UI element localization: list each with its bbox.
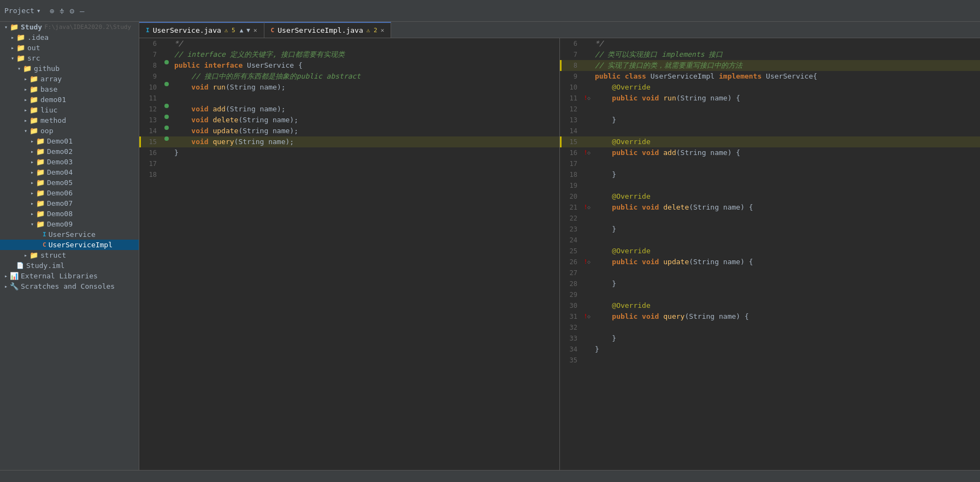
line-marker [139,136,141,147]
line-number: 17 [139,158,161,169]
line-number: 18 [560,169,582,180]
line-content: void update(String name); [172,126,559,136]
sidebar-item-scratches[interactable]: ▸ 🔧 Scratches and Consoles [0,281,139,291]
project-menu[interactable]: Project ▾ [4,7,41,15]
line-content: @Override [593,300,980,311]
folder-icon: 📁 [16,33,25,41]
sidebar-item-Demo09[interactable]: ▾ 📁 Demo09 [0,219,139,229]
tab-UserService[interactable]: I UserService.java ⚠ 5 ▲ ▼ ✕ [139,22,264,38]
warning-nav-up[interactable]: ▲ [240,27,244,34]
sidebar-label: liuc [40,106,57,114]
editor-area: I UserService.java ⚠ 5 ▲ ▼ ✕ C UserServi… [139,22,980,470]
sidebar-item-array[interactable]: ▸ 📁 array [0,74,139,84]
tab-close-right[interactable]: ✕ [381,27,385,34]
right-code-area[interactable]: 6 */ 7 // 类可以实现接口 implements 接口 8 [560,38,980,470]
code-line-highlighted: 15 @Override [560,136,980,147]
sidebar-item-Demo01[interactable]: ▸ 📁 Demo01 [0,136,139,146]
sidebar-item-Demo04[interactable]: ▸ 📁 Demo04 [0,167,139,177]
code-line: 16 } [139,147,559,158]
line-number: 34 [560,344,582,355]
sidebar-item-method[interactable]: ▸ 📁 method [0,115,139,126]
sidebar-item-src[interactable]: ▾ 📁 src [0,53,139,63]
study-icon: 📁 [10,23,19,31]
line-number: 11 [139,93,161,104]
line-gutter: ! ◇ [582,311,593,322]
sidebar-label: out [27,44,40,52]
line-number: 13 [560,115,582,126]
line-number: 20 [560,191,582,202]
line-content: public void add(String name) { [593,147,980,158]
sidebar-item-UserServiceImpl[interactable]: C UserServiceImpl [0,240,139,250]
tab-UserServiceImpl[interactable]: C UserServiceImpl.java ⚠ 2 ✕ [264,22,392,38]
sidebar-item-base[interactable]: ▸ 📁 base [0,84,139,94]
sidebar-item-Demo02[interactable]: ▸ 📁 Demo02 [0,146,139,157]
sidebar-item-Demo05[interactable]: ▸ 📁 Demo05 [0,177,139,188]
sidebar-item-Demo03[interactable]: ▸ 📁 Demo03 [0,157,139,167]
sidebar-item-out[interactable]: ▸ 📁 out [0,43,139,53]
line-number: 8 [139,60,161,71]
tab-close-left[interactable]: ✕ [253,27,257,34]
code-line: 16 ! ◇ public void add(String name) { [560,147,980,158]
code-line: 30 @Override [560,300,980,311]
iml-icon: 📄 [16,262,24,269]
line-gutter: ! ◇ [582,93,593,104]
sidebar-item-study-iml[interactable]: 📄 Study.iml [0,260,139,271]
sidebar-item-oop[interactable]: ▾ 📁 oop [0,126,139,136]
sidebar-label: Study.iml [26,261,64,270]
sidebar-label: Demo05 [47,178,73,187]
code-line: 12 void add(String name); [139,104,559,115]
settings-icon[interactable]: ⊕ [50,7,54,15]
chevron-right-icon: ▸ [22,86,29,92]
sidebar-label: method [40,116,66,124]
line-number: 12 [139,104,161,115]
chevron-right-icon: ▸ [22,117,29,123]
line-number: 15 [139,136,161,147]
line-number: 33 [560,333,582,344]
sidebar-item-Demo06[interactable]: ▸ 📁 Demo06 [0,188,139,198]
sidebar-item-struct[interactable]: ▸ 📁 struct [0,250,139,260]
line-content: } [593,278,980,289]
sidebar-item-idea[interactable]: ▸ 📁 .idea [0,32,139,43]
line-number: 19 [560,180,582,191]
sidebar-label: base [40,85,57,93]
code-line: 13 } [560,115,980,126]
scratches-icon: 🔧 [10,282,19,290]
line-number: 28 [560,278,582,289]
toolbar: Project ▾ ⊕ ≑ ⚙ — [0,0,980,22]
warning-nav-down[interactable]: ▼ [246,27,250,34]
minimize-icon[interactable]: — [80,7,84,15]
code-line: 22 [560,213,980,224]
sidebar-item-study[interactable]: ▾ 📁 Study F:\java\IDEA2020.2\Study [0,22,139,32]
sidebar-label: demo01 [40,96,66,104]
line-content: } [593,224,980,235]
line-number: 7 [560,49,582,60]
code-line: 21 ! ◇ public void delete(String name) { [560,202,980,213]
sidebar-item-Demo07[interactable]: ▸ 📁 Demo07 [0,198,139,209]
code-line: 27 [560,267,980,278]
bookmark-icon: ◇ [587,202,591,213]
interface-file-icon: I [43,231,46,238]
line-content: // interface 定义的关键字, 接口都需要有实现类 [172,49,559,60]
bookmark-icon: ◇ [587,93,591,104]
sidebar-item-ext-libraries[interactable]: ▸ 📊 External Libraries [0,271,139,281]
chevron-down-icon: ▾ [2,24,10,30]
sidebar-item-github[interactable]: ▾ 📁 github [0,63,139,74]
sidebar-item-demo01[interactable]: ▸ 📁 demo01 [0,94,139,105]
chevron-down-icon: ▾ [9,55,16,61]
folder-icon: 📁 [36,168,45,176]
chevron-right-icon: ▸ [28,180,36,186]
line-content: } [172,147,559,158]
line-number: 31 [560,311,582,322]
line-number: 12 [560,104,582,115]
tab-label: UserService.java [153,26,221,34]
gear-icon[interactable]: ⚙ [70,7,74,15]
line-content: // 实现了接口的类，就需要重写接口中的方法 [593,60,980,71]
sidebar-item-liuc[interactable]: ▸ 📁 liuc [0,105,139,115]
sidebar-item-UserService[interactable]: I UserService [0,229,139,240]
layout-icon[interactable]: ≑ [60,7,64,15]
line-number: 14 [560,126,582,136]
sidebar-item-Demo08[interactable]: ▸ 📁 Demo08 [0,209,139,219]
line-content: @Override [593,246,980,257]
line-content: public void update(String name) { [593,257,980,267]
left-code-area[interactable]: 6 */ 7 // interface 定义的关键字, 接口都需要有实现类 8 [139,38,559,470]
